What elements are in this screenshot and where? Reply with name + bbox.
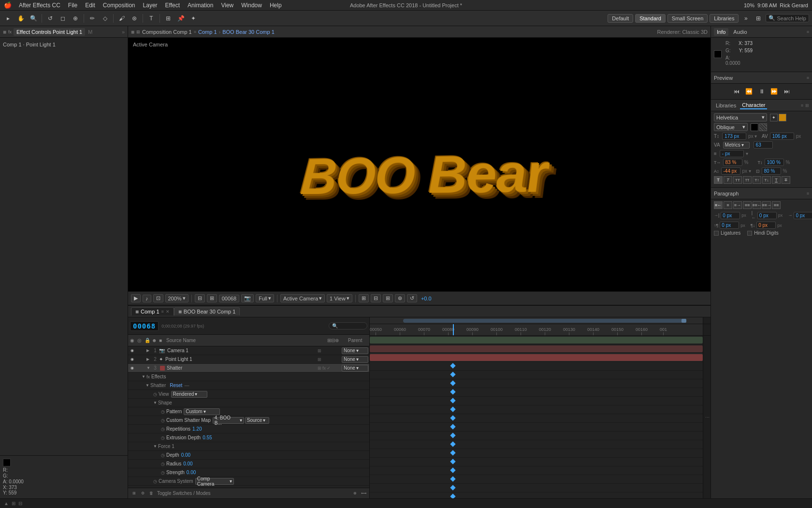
align-justify-left[interactable]: ≡≡← bbox=[753, 201, 761, 209]
align-justify[interactable]: ≡≡ bbox=[743, 201, 752, 209]
view-dropdown[interactable]: Rendered▾ bbox=[171, 391, 207, 398]
leading-input[interactable] bbox=[720, 150, 744, 157]
fmt-t-super[interactable]: T↑ bbox=[753, 176, 761, 184]
menu-composition[interactable]: Composition bbox=[100, 1, 139, 9]
comp-tb-guides[interactable]: ⊟ bbox=[371, 294, 381, 302]
menu-layer[interactable]: Layer bbox=[140, 1, 161, 9]
layer3-sw3[interactable]: ✓ bbox=[327, 366, 331, 371]
workspace-menu[interactable]: ⊞ bbox=[753, 13, 764, 24]
stopwatch-strength[interactable]: ◷ bbox=[161, 470, 165, 475]
comp-tb-snap[interactable]: ⊛ bbox=[395, 294, 405, 302]
char-expand[interactable]: ⊞ bbox=[805, 103, 809, 108]
tb-solo[interactable]: ⊕ bbox=[352, 491, 358, 496]
comp-tb-roi[interactable]: ⊟ bbox=[195, 294, 205, 302]
comp-view-count[interactable]: 1 View ▾ bbox=[327, 294, 352, 302]
radius-value[interactable]: 0.00 bbox=[183, 461, 192, 466]
timeline-nav-slider[interactable] bbox=[403, 319, 686, 323]
timeline-ruler[interactable]: 00050 00060 00070 00080 bbox=[370, 324, 703, 336]
layer2-sw1[interactable]: ⊞ bbox=[318, 357, 321, 362]
style-selector[interactable]: Oblique▾ bbox=[714, 123, 748, 131]
vscale-input[interactable] bbox=[765, 159, 784, 166]
kerning-input[interactable] bbox=[770, 133, 794, 140]
layer3-solo[interactable] bbox=[135, 365, 141, 371]
tab1-menu[interactable]: ≡ bbox=[161, 309, 164, 314]
layer1-lock[interactable] bbox=[141, 348, 146, 354]
indent-first-input[interactable] bbox=[794, 212, 812, 219]
layer2-parent[interactable]: None▾ bbox=[342, 356, 368, 363]
align-justify-center[interactable]: ≡≡ bbox=[772, 201, 781, 209]
comp-tb-rulers[interactable]: ⊞ bbox=[383, 294, 393, 302]
space-before-input[interactable] bbox=[720, 222, 739, 229]
fmt-t-sub[interactable]: T↓ bbox=[762, 176, 771, 184]
stopwatch-ext[interactable]: ◷ bbox=[161, 435, 165, 440]
tab-info[interactable]: Info bbox=[714, 28, 728, 36]
workspace-libraries[interactable]: Libraries bbox=[710, 14, 739, 23]
shatter-expand[interactable]: ▼ bbox=[145, 383, 150, 388]
layer1-solo[interactable] bbox=[135, 348, 141, 354]
stopwatch-depth[interactable]: ◷ bbox=[161, 453, 165, 458]
pin-tool[interactable]: 📌 bbox=[175, 13, 186, 24]
comp-tb-region[interactable]: ⊡ bbox=[153, 294, 163, 302]
tab1-close[interactable]: ✕ bbox=[166, 309, 170, 314]
font-selector[interactable]: Helvetica▾ bbox=[714, 113, 767, 121]
strength-value[interactable]: 0.00 bbox=[187, 470, 196, 475]
comp-tb-camera-icon[interactable]: 📷 bbox=[241, 294, 254, 302]
layer2-visibility[interactable]: ◉ bbox=[129, 357, 135, 362]
comp-tb-preview[interactable]: ▶ bbox=[131, 294, 141, 302]
apple-menu[interactable]: 🍎 bbox=[4, 1, 12, 9]
tb-new-comp[interactable]: ⊞ bbox=[131, 491, 137, 496]
font-size-input[interactable] bbox=[722, 133, 746, 140]
stopwatch-rep[interactable]: ◷ bbox=[161, 427, 165, 432]
track-area[interactable] bbox=[370, 336, 703, 498]
layer2-lock[interactable] bbox=[141, 357, 146, 362]
mask-tool[interactable]: ◇ bbox=[100, 13, 110, 24]
force1-expand[interactable]: ▼ bbox=[153, 444, 158, 448]
comp-quality[interactable]: Full ▾ bbox=[256, 294, 274, 302]
baseline-input[interactable] bbox=[721, 167, 740, 175]
depth-value[interactable]: 0.00 bbox=[181, 452, 190, 458]
para-menu[interactable]: ≡ bbox=[807, 191, 809, 196]
workspace-small-screen[interactable]: Small Screen bbox=[667, 14, 708, 23]
hindi-digits-checkbox[interactable] bbox=[747, 231, 752, 236]
layer3-visibility[interactable]: ◉ bbox=[129, 365, 135, 371]
tracking-type[interactable]: Metrics▾ bbox=[723, 142, 750, 149]
align-right[interactable]: ≡→ bbox=[733, 201, 742, 209]
menu-file[interactable]: File bbox=[65, 1, 81, 9]
text-tool[interactable]: T bbox=[146, 13, 157, 24]
timeline-nav-bar[interactable] bbox=[370, 317, 703, 324]
layer3-parent[interactable]: None▾ bbox=[342, 365, 368, 372]
indent-left-input[interactable] bbox=[721, 212, 740, 219]
layer2-expand[interactable]: ▶ bbox=[146, 357, 151, 361]
layer-1[interactable]: ◉ ▶ 1 📷 Camera 1 ⊞ bbox=[128, 346, 369, 355]
prev-last[interactable]: ⏭ bbox=[782, 87, 792, 96]
pan-tool[interactable]: ⊕ bbox=[70, 13, 81, 24]
tab-effect-controls[interactable]: Effect Controls Point Light 1 bbox=[14, 28, 85, 36]
rep-value[interactable]: 1.20 bbox=[192, 426, 202, 432]
align-justify-right[interactable]: ≡≡→ bbox=[762, 201, 771, 209]
space-after-input[interactable] bbox=[756, 222, 776, 229]
rotate-tool[interactable]: ↺ bbox=[45, 13, 56, 24]
menu-help[interactable]: Help bbox=[266, 1, 285, 9]
composition-viewport[interactable]: Active Camera BOO Bear bbox=[128, 38, 710, 291]
indent-right-input[interactable] bbox=[757, 212, 777, 219]
clone-tool[interactable]: ⊛ bbox=[129, 13, 140, 24]
playhead[interactable] bbox=[453, 324, 454, 335]
layer1-expand[interactable]: ▶ bbox=[146, 348, 151, 353]
comp-tb-audio[interactable]: ♪ bbox=[143, 295, 151, 302]
fmt-t-under[interactable]: T bbox=[772, 176, 781, 184]
breadcrumb-boo[interactable]: BOO Bear 30 Comp 1 bbox=[222, 29, 275, 35]
puppet-tool[interactable]: ✦ bbox=[188, 13, 199, 24]
search-help-box[interactable]: 🔍 Search Help bbox=[766, 14, 809, 22]
layer3-sw1[interactable]: ⊞ bbox=[318, 366, 321, 371]
tab-libraries[interactable]: Libraries bbox=[714, 102, 738, 109]
comp-tb-toggles[interactable]: ⊞ bbox=[207, 294, 217, 302]
stopwatch-csm[interactable]: ◷ bbox=[161, 418, 165, 423]
prev-first[interactable]: ⏮ bbox=[732, 87, 741, 96]
layer1-visibility[interactable]: ◉ bbox=[129, 348, 135, 354]
tab-character[interactable]: Character bbox=[740, 102, 767, 109]
color-swatch-orange[interactable] bbox=[779, 114, 786, 121]
comp-tb-grid[interactable]: ⊞ bbox=[359, 294, 369, 302]
tb-toggle-modes[interactable]: Toggle Switches / Modes bbox=[157, 491, 349, 496]
menu-effect[interactable]: Effect bbox=[162, 1, 183, 9]
hand-tool[interactable]: ✋ bbox=[15, 13, 26, 24]
